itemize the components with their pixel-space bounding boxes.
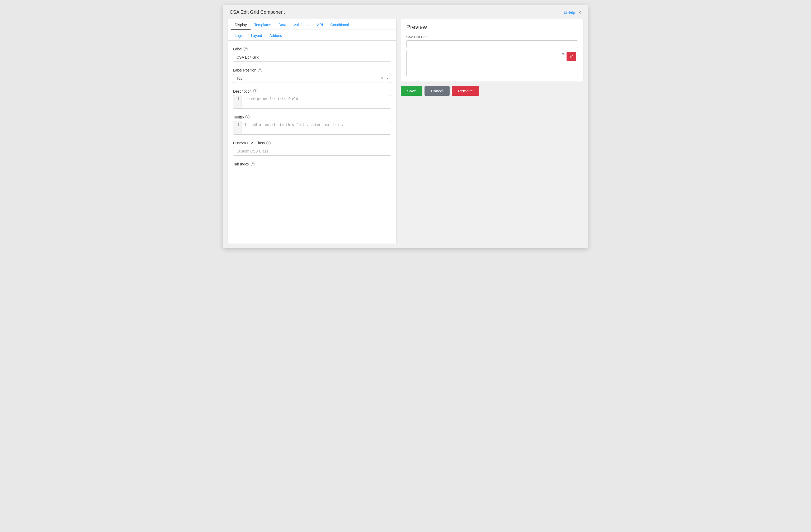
label-help-icon[interactable]: ? [244, 47, 248, 51]
label-position-help-icon[interactable]: ? [258, 68, 262, 72]
custom-css-group: Custom CSS Class ? [233, 141, 391, 156]
tooltip-editor[interactable]: 1 To add a tooltip to this field, enter … [233, 121, 391, 135]
preview-title: Preview [406, 24, 578, 31]
save-button[interactable]: Save [401, 86, 423, 96]
description-text[interactable]: Description for this field. [242, 95, 391, 108]
preview-input[interactable] [406, 41, 578, 48]
label-input[interactable] [233, 53, 391, 62]
tab-index-label: Tab Index ? [233, 162, 391, 166]
preview-component-label: CSA Edit Grid [406, 35, 578, 39]
label-position-label: Label Position ? [233, 68, 391, 72]
preview-delete-button[interactable]: 🗑 [567, 52, 576, 61]
label-position-select[interactable]: Top × ▾ [233, 74, 391, 83]
preview-edit-icon[interactable]: ✎ [562, 52, 565, 57]
tooltip-help-icon[interactable]: ? [245, 115, 249, 119]
tooltip-group: Tooltip ? 1 To add a tooltip to this fie… [233, 115, 391, 135]
form-content: Label ? Label Position ? Top × ▾ [228, 41, 396, 244]
tab-conditional[interactable]: Conditional [326, 20, 352, 30]
tab-logic[interactable]: Logic [231, 31, 247, 41]
tabs-row-2: Logic Layout Addons [228, 30, 396, 41]
description-line-number: 1 [233, 95, 242, 108]
description-editor[interactable]: 1 Description for this field. [233, 95, 391, 109]
tab-addons[interactable]: Addons [266, 31, 286, 41]
trash-icon: 🗑 [569, 54, 573, 59]
description-label: Description ? [233, 89, 391, 93]
close-button[interactable]: × [578, 10, 581, 15]
tab-index-help-icon[interactable]: ? [251, 162, 255, 166]
tooltip-line-number: 1 [233, 121, 242, 134]
preview-grid-area: ✎ 🗑 [406, 50, 578, 76]
label-position-group: Label Position ? Top × ▾ [233, 68, 391, 83]
header-actions: ⧉ Help × [564, 10, 581, 15]
remove-button[interactable]: Remove [452, 86, 479, 96]
action-buttons: Save Cancel Remove [401, 85, 583, 96]
tooltip-text[interactable]: To add a tooltip to this field, enter te… [242, 121, 391, 134]
modal: CSA Edit Grid Component ⧉ Help × Display… [223, 5, 588, 248]
custom-css-label: Custom CSS Class ? [233, 141, 391, 145]
select-arrow-icon[interactable]: ▾ [385, 77, 391, 80]
select-clear-icon[interactable]: × [379, 76, 385, 80]
tab-layout[interactable]: Layout [247, 31, 265, 41]
preview-card: Preview CSA Edit Grid ✎ 🗑 [401, 18, 583, 82]
tab-display[interactable]: Display [231, 20, 250, 30]
help-square-icon: ⧉ [564, 10, 567, 15]
tab-index-group: Tab Index ? [233, 162, 391, 166]
tab-templates[interactable]: Templates [250, 20, 275, 30]
tabs-row-1: Display Templates Data Validation API Co… [228, 18, 396, 30]
modal-header: CSA Edit Grid Component ⧉ Help × [223, 5, 588, 18]
tooltip-label: Tooltip ? [233, 115, 391, 119]
left-panel: Display Templates Data Validation API Co… [228, 18, 397, 244]
tab-api[interactable]: API [313, 20, 327, 30]
cancel-button[interactable]: Cancel [425, 86, 449, 96]
label-group: Label ? [233, 47, 391, 62]
right-panel: Preview CSA Edit Grid ✎ 🗑 Save Cancel Re… [401, 18, 583, 244]
label-field-label: Label ? [233, 47, 391, 51]
description-help-icon[interactable]: ? [253, 89, 257, 93]
tab-validation[interactable]: Validation [290, 20, 313, 30]
label-position-value: Top [233, 74, 379, 83]
description-group: Description ? 1 Description for this fie… [233, 89, 391, 109]
help-link[interactable]: ⧉ Help [564, 10, 575, 15]
custom-css-help-icon[interactable]: ? [266, 141, 271, 145]
tab-data[interactable]: Data [275, 20, 290, 30]
modal-body: Display Templates Data Validation API Co… [223, 18, 588, 248]
custom-css-input[interactable] [233, 147, 391, 156]
modal-title: CSA Edit Grid Component [230, 10, 285, 15]
